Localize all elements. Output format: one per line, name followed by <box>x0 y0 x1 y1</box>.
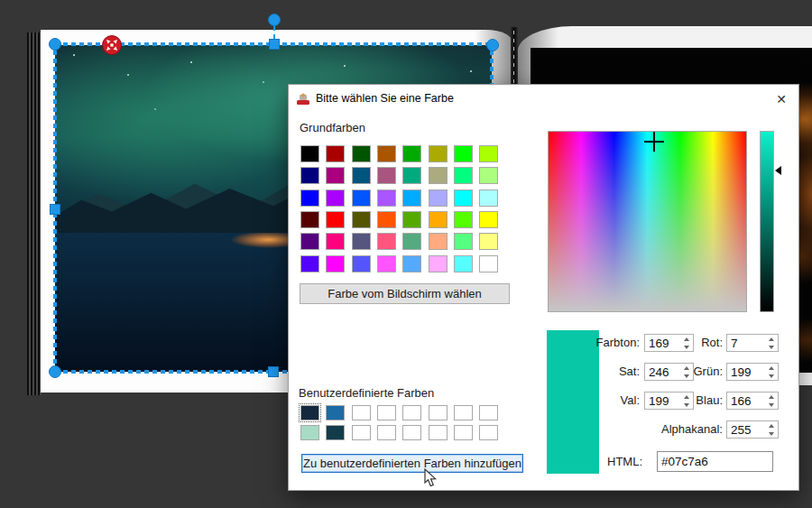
basic-color-swatch[interactable] <box>352 233 371 250</box>
basic-color-swatch[interactable] <box>429 167 448 184</box>
red-input[interactable] <box>727 335 764 351</box>
resize-handle-bottom-left[interactable] <box>49 365 61 378</box>
basic-color-swatch[interactable] <box>454 233 473 250</box>
spin-down-icon[interactable] <box>769 346 774 349</box>
spin-down-icon[interactable] <box>769 374 774 378</box>
value-slider-arrow-icon[interactable] <box>775 166 781 175</box>
custom-color-swatch[interactable] <box>300 425 319 440</box>
spin-down-icon[interactable] <box>684 346 689 349</box>
dialog-titlebar[interactable]: Bitte wählen Sie eine Farbe ✕ <box>289 85 798 114</box>
basic-color-swatch[interactable] <box>326 189 345 207</box>
basic-color-swatch[interactable] <box>352 255 371 272</box>
basic-color-swatch[interactable] <box>402 145 421 162</box>
resize-handle-top-right[interactable] <box>486 39 499 51</box>
spin-up-icon[interactable] <box>769 424 774 428</box>
resize-handle-left-center[interactable] <box>50 204 60 215</box>
basic-color-swatch[interactable] <box>402 211 421 228</box>
red-spinbox[interactable] <box>726 334 779 352</box>
custom-color-swatch[interactable] <box>300 405 319 420</box>
basic-color-swatch[interactable] <box>377 145 396 162</box>
basic-color-swatch[interactable] <box>352 211 371 228</box>
basic-color-swatch[interactable] <box>300 211 319 228</box>
basic-color-swatch[interactable] <box>402 255 421 272</box>
picker-crosshair-icon[interactable] <box>653 132 655 152</box>
resize-handle-bottom-center[interactable] <box>268 366 279 377</box>
basic-color-swatch[interactable] <box>454 145 473 162</box>
basic-color-swatch[interactable] <box>352 145 371 162</box>
basic-color-swatch[interactable] <box>479 255 498 272</box>
rotation-handle[interactable] <box>268 14 281 26</box>
basic-color-swatch[interactable] <box>300 233 319 250</box>
basic-color-swatch[interactable] <box>377 167 396 184</box>
basic-color-swatch[interactable] <box>300 145 319 162</box>
basic-color-swatch[interactable] <box>300 189 319 207</box>
spin-up-icon[interactable] <box>769 395 774 399</box>
hue-input[interactable] <box>645 335 679 351</box>
custom-color-swatch[interactable] <box>377 425 396 440</box>
basic-color-swatch[interactable] <box>377 233 396 250</box>
basic-color-swatch[interactable] <box>326 255 345 272</box>
alpha-input[interactable] <box>727 421 764 438</box>
resize-handle-top-left[interactable] <box>49 38 61 51</box>
blue-spinbox[interactable] <box>726 392 779 410</box>
basic-color-swatch[interactable] <box>377 255 396 272</box>
custom-color-swatch[interactable] <box>429 405 448 420</box>
basic-color-swatch[interactable] <box>479 145 498 162</box>
hue-spinbox[interactable] <box>644 334 694 352</box>
basic-color-swatch[interactable] <box>402 233 421 250</box>
basic-color-swatch[interactable] <box>326 167 345 184</box>
basic-color-swatch[interactable] <box>454 211 473 228</box>
basic-color-swatch[interactable] <box>326 145 345 162</box>
html-input[interactable] <box>657 451 773 472</box>
basic-color-swatch[interactable] <box>402 189 421 207</box>
custom-color-swatch[interactable] <box>352 425 371 440</box>
basic-color-swatch[interactable] <box>479 233 498 250</box>
custom-color-swatch[interactable] <box>377 405 396 420</box>
close-icon[interactable]: ✕ <box>770 88 793 111</box>
basic-color-swatch[interactable] <box>377 189 396 207</box>
custom-color-swatch[interactable] <box>326 405 345 420</box>
val-input[interactable] <box>645 393 679 409</box>
alpha-spinbox[interactable] <box>726 420 779 439</box>
custom-color-swatch[interactable] <box>454 405 473 420</box>
custom-color-swatch[interactable] <box>326 425 345 440</box>
spin-up-icon[interactable] <box>684 337 689 341</box>
basic-color-swatch[interactable] <box>377 211 396 228</box>
delete-image-button[interactable] <box>102 35 122 55</box>
custom-color-swatch[interactable] <box>454 425 473 440</box>
basic-color-swatch[interactable] <box>352 167 371 184</box>
custom-color-swatch[interactable] <box>479 425 498 440</box>
hue-saturation-picker[interactable] <box>548 131 747 312</box>
basic-color-swatch[interactable] <box>479 189 498 207</box>
basic-color-swatch[interactable] <box>352 189 371 207</box>
blue-input[interactable] <box>727 393 764 409</box>
basic-color-swatch[interactable] <box>429 255 448 272</box>
resize-handle-top-center[interactable] <box>269 39 280 50</box>
pick-screen-color-button[interactable]: Farbe vom Bildschirm wählen <box>300 283 510 304</box>
basic-color-swatch[interactable] <box>300 167 319 184</box>
basic-color-swatch[interactable] <box>429 145 448 162</box>
custom-color-swatch[interactable] <box>352 405 371 420</box>
spin-down-icon[interactable] <box>769 432 774 436</box>
spin-down-icon[interactable] <box>769 403 774 407</box>
basic-color-swatch[interactable] <box>454 167 473 184</box>
sat-input[interactable] <box>645 364 679 380</box>
green-spinbox[interactable] <box>726 363 779 381</box>
basic-color-swatch[interactable] <box>429 233 448 250</box>
add-to-custom-colors-button[interactable]: Zu benutzerdefinierten Farben hinzufügen <box>301 454 523 473</box>
basic-color-swatch[interactable] <box>326 233 345 250</box>
basic-color-swatch[interactable] <box>454 255 473 272</box>
custom-color-swatch[interactable] <box>429 425 448 440</box>
basic-color-swatch[interactable] <box>402 167 421 184</box>
basic-color-swatch[interactable] <box>326 211 345 228</box>
spin-up-icon[interactable] <box>769 366 774 370</box>
basic-color-swatch[interactable] <box>479 211 498 228</box>
custom-color-swatch[interactable] <box>402 405 421 420</box>
basic-color-swatch[interactable] <box>429 211 448 228</box>
green-input[interactable] <box>727 364 764 380</box>
basic-color-swatch[interactable] <box>300 255 319 272</box>
custom-color-swatch[interactable] <box>479 405 498 420</box>
basic-color-swatch[interactable] <box>429 189 448 207</box>
value-slider[interactable] <box>760 131 774 312</box>
basic-color-swatch[interactable] <box>454 189 473 207</box>
